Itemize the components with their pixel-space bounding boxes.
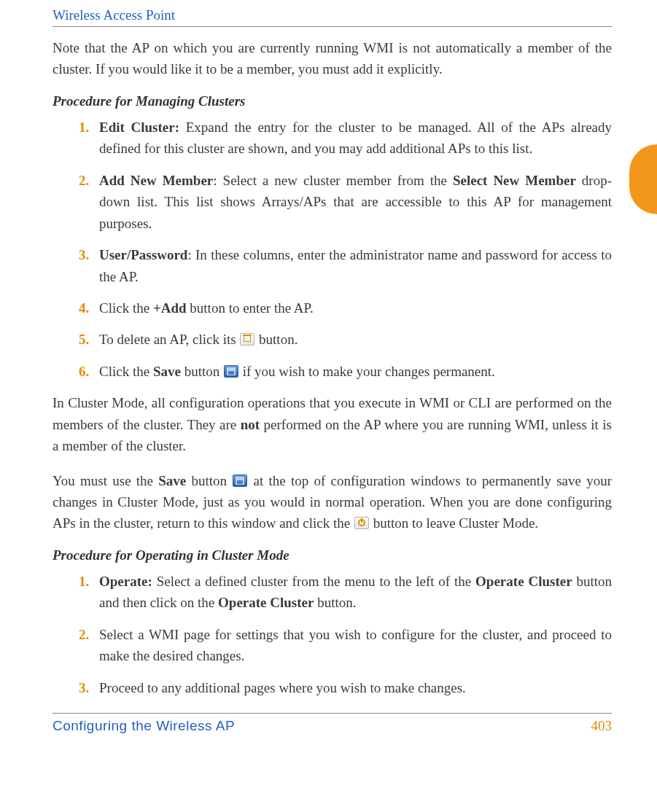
header-rule (53, 26, 612, 27)
term-operate-cluster: Operate Cluster (218, 595, 314, 610)
procedure-managing-list: 1. Edit Cluster: Expand the entry for th… (53, 117, 612, 382)
list-text: : Select a new cluster member from the (213, 173, 453, 188)
list-text: if you wish to make your changes permane… (239, 364, 495, 379)
term-user-password: User/Password (99, 247, 187, 262)
page-footer: Configuring the Wireless AP 403 (53, 713, 612, 734)
list-item: 2. Add New Member: Select a new cluster … (79, 170, 612, 234)
intro-paragraph: Note that the AP on which you are curren… (53, 37, 612, 80)
list-number: 1. (79, 571, 89, 592)
page-content: Wireless Access Point Note that the AP o… (0, 0, 657, 749)
para-text: button (186, 473, 232, 488)
term-add-new-member: Add New Member (99, 173, 213, 188)
list-text: Proceed to any additional pages where yo… (99, 680, 466, 695)
list-text: Click the (99, 364, 153, 379)
term-edit-cluster: Edit Cluster: (99, 120, 179, 135)
list-number: 5. (79, 329, 89, 350)
list-text: button to enter the AP. (187, 300, 314, 316)
term-operate-cluster: Operate Cluster (475, 574, 572, 589)
list-number: 3. (79, 244, 89, 265)
list-number: 2. (79, 624, 89, 645)
list-number: 6. (79, 361, 89, 382)
list-text: Select a WMI page for settings that you … (99, 627, 612, 663)
list-item: 4. Click the +Add button to enter the AP… (79, 297, 612, 319)
list-item: 6. Click the Save button if you wish to … (79, 361, 612, 382)
list-text: Click the (99, 300, 153, 316)
list-item: 1. Edit Cluster: Expand the entry for th… (79, 117, 612, 160)
list-item: 1. Operate: Select a defined cluster fro… (79, 571, 612, 614)
power-icon (354, 517, 369, 529)
term-operate: Operate: (99, 574, 152, 589)
list-item: 3. Proceed to any additional pages where… (79, 677, 612, 698)
page-number: 403 (591, 718, 613, 734)
para-text: button to leave Cluster Mode. (370, 515, 538, 531)
list-text: Select a defined cluster from the menu t… (152, 574, 475, 589)
procedure-operating-list: 1. Operate: Select a defined cluster fro… (53, 571, 612, 698)
footer-section-title: Configuring the Wireless AP (53, 718, 235, 734)
paragraph-cluster-mode: In Cluster Mode, all configuration opera… (53, 392, 612, 456)
list-text: button. (314, 595, 356, 610)
para-text: You must use the (53, 473, 158, 488)
list-item: 3. User/Password: In these columns, ente… (79, 244, 612, 287)
paragraph-save-note: You must use the Save button at the top … (53, 470, 612, 534)
term-save: Save (153, 364, 181, 379)
list-number: 3. (79, 677, 89, 698)
list-text: button. (255, 332, 298, 347)
list-item: 5. To delete an AP, click its button. (79, 329, 612, 350)
section-heading-managing: Procedure for Managing Clusters (53, 93, 612, 109)
list-text: To delete an AP, click its (99, 332, 239, 347)
list-item: 2. Select a WMI page for settings that y… (79, 624, 612, 667)
term-save: Save (158, 473, 186, 488)
section-heading-operating: Procedure for Operating in Cluster Mode (53, 547, 612, 563)
term-select-new-member: Select New Member (453, 173, 576, 188)
term-not: not (241, 417, 260, 432)
list-text: button (181, 364, 223, 379)
trash-icon (240, 333, 254, 346)
list-number: 1. (79, 117, 89, 138)
save-icon (224, 365, 238, 378)
term-plus-add: +Add (153, 300, 187, 316)
save-icon (233, 475, 247, 487)
running-header: Wireless Access Point (53, 7, 612, 23)
list-number: 2. (79, 170, 89, 191)
list-number: 4. (79, 297, 89, 319)
